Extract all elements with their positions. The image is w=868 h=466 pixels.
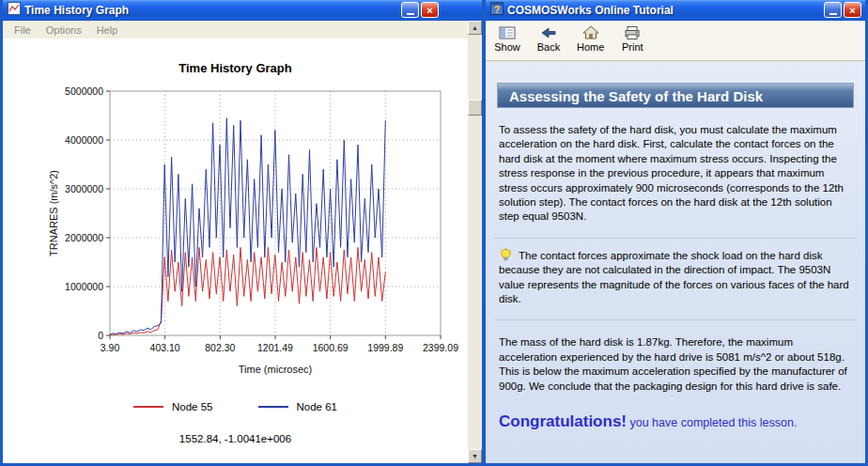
legend-label-node55: Node 55 <box>172 401 212 412</box>
chart-title: Time History Graph <box>3 61 468 75</box>
show-button[interactable]: Show <box>491 24 523 54</box>
node55-line-swatch <box>133 406 163 408</box>
home-icon <box>582 25 599 40</box>
close-button[interactable]: × <box>421 2 439 18</box>
left-window-titlebar[interactable]: Time History Graph × <box>3 0 482 21</box>
back-button[interactable]: Back <box>533 24 565 54</box>
divider-bottom <box>495 319 856 320</box>
svg-text:3000000: 3000000 <box>65 183 103 194</box>
svg-text:3.90: 3.90 <box>101 342 120 353</box>
svg-text:403.10: 403.10 <box>150 342 180 353</box>
lightbulb-icon <box>499 250 513 261</box>
lesson-banner: Assessing the Safety of the Hard Disk <box>497 83 854 108</box>
legend-item-node61: Node 61 <box>258 401 337 412</box>
desktop: Time History Graph × File Options Help T… <box>0 0 868 466</box>
menu-help[interactable]: Help <box>89 23 126 38</box>
node61-line-swatch <box>258 406 288 408</box>
back-label: Back <box>537 41 560 53</box>
svg-text:?: ? <box>494 5 500 15</box>
minimize-glyph-icon <box>829 13 837 15</box>
svg-text:2399.09: 2399.09 <box>423 342 458 353</box>
time-history-chart: 0100000020000003000000400000050000003.90… <box>46 82 469 378</box>
legend-label-node61: Node 61 <box>297 401 337 412</box>
congratulations-bold-text: Congratulations! <box>499 412 627 430</box>
divider-top <box>495 238 856 239</box>
left-window-menubar: File Options Help <box>3 21 482 39</box>
svg-text:TRNARES (m/s^2): TRNARES (m/s^2) <box>48 170 59 256</box>
tip-text: The contact forces approximate the shock… <box>499 250 849 304</box>
chart-legend: Node 55 Node 61 <box>3 401 468 412</box>
coordinate-readout: 1552.84, -1.0041e+006 <box>3 433 468 444</box>
tutorial-content: Assessing the Safety of the Hard Disk To… <box>486 62 865 463</box>
back-arrow-icon <box>540 25 557 40</box>
vertical-scrollbar[interactable]: ▲ ▼ <box>468 21 482 463</box>
svg-text:4000000: 4000000 <box>65 134 103 146</box>
scroll-thumb[interactable] <box>468 100 482 116</box>
svg-text:802.30: 802.30 <box>205 342 235 353</box>
svg-text:1600.69: 1600.69 <box>313 342 349 353</box>
right-window-titlebar[interactable]: ? COSMOSWorks Online Tutorial × <box>486 0 865 21</box>
lesson-banner-text: Assessing the Safety of the Hard Disk <box>509 88 763 104</box>
tutorial-window: ? COSMOSWorks Online Tutorial × Show Bac… <box>483 0 868 466</box>
legend-item-node55: Node 55 <box>133 401 212 412</box>
help-toolbar: Show Back Home Print <box>486 21 865 61</box>
svg-text:1201.49: 1201.49 <box>257 342 293 353</box>
svg-text:2000000: 2000000 <box>65 232 103 243</box>
time-history-graph-window: Time History Graph × File Options Help T… <box>0 0 485 466</box>
close-button[interactable]: × <box>844 2 861 18</box>
home-button[interactable]: Home <box>574 24 607 54</box>
print-label: Print <box>622 41 643 53</box>
congratulations-line: Congratulations! you have completed this… <box>499 412 852 431</box>
minimize-glyph-icon <box>407 13 414 15</box>
paragraph-2: The mass of the hard disk is 1.87kg. The… <box>499 335 852 394</box>
left-window-controls: × <box>401 2 439 18</box>
help-window-icon: ? <box>490 2 504 19</box>
left-window-title: Time History Graph <box>24 4 129 17</box>
svg-text:1000000: 1000000 <box>65 281 103 292</box>
scroll-up-button[interactable]: ▲ <box>468 21 482 35</box>
print-icon <box>624 25 641 40</box>
right-window-title: COSMOSWorks Online Tutorial <box>507 4 674 17</box>
svg-text:5000000: 5000000 <box>65 85 103 97</box>
home-label: Home <box>577 41 604 53</box>
tip-paragraph: The contact forces approximate the shock… <box>499 248 852 307</box>
right-window-controls: × <box>824 2 861 18</box>
print-button[interactable]: Print <box>616 24 648 54</box>
menu-options[interactable]: Options <box>39 23 89 38</box>
chart-area: Time History Graph 010000002000000300000… <box>3 39 468 463</box>
paragraph-1: To assess the safety of the hard disk, y… <box>499 123 852 225</box>
congratulations-rest-text: you have completed this lesson. <box>627 416 797 429</box>
chart-window-icon <box>8 2 21 19</box>
svg-text:1999.89: 1999.89 <box>367 342 403 353</box>
scroll-down-button[interactable]: ▼ <box>468 449 482 463</box>
minimize-button[interactable] <box>824 2 842 18</box>
menu-file[interactable]: File <box>7 23 39 38</box>
svg-text:0: 0 <box>98 330 103 341</box>
minimize-button[interactable] <box>401 2 419 18</box>
svg-text:Time (microsec): Time (microsec) <box>239 364 312 375</box>
show-icon <box>499 25 516 40</box>
show-label: Show <box>494 41 520 53</box>
